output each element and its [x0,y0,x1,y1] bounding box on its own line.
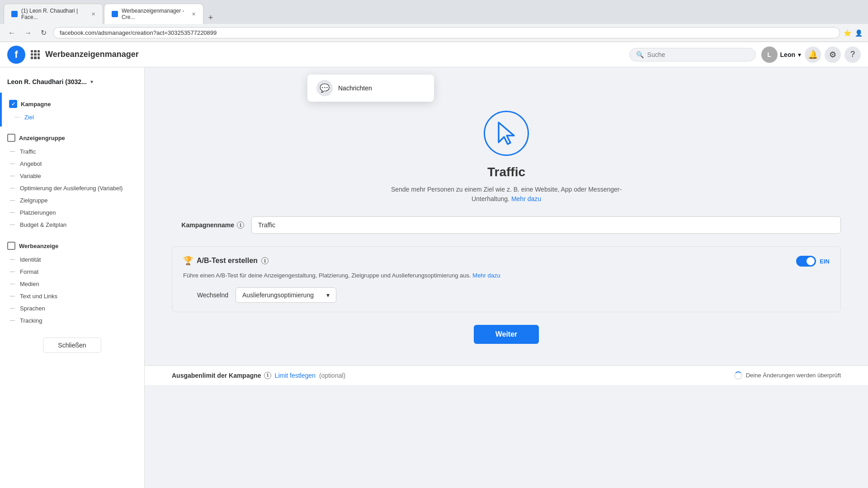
anzeigengruppe-square-icon [7,134,15,142]
address-bar[interactable]: facebook.com/adsmanager/creation?act=303… [53,27,840,38]
ab-test-info-icon[interactable]: ℹ [261,257,269,264]
sidebar-item-identitaet[interactable]: Identität [0,253,144,266]
account-selector[interactable]: Leon R. Chaudhari (3032... ▾ [0,75,144,93]
limit-link[interactable]: Limit festlegen [275,372,316,379]
traffic-icon-container: Traffic Sende mehr Personen zu einem Zie… [172,111,841,204]
kampagnenname-row: Kampagnenname ℹ [172,216,841,234]
weiter-button[interactable]: Weiter [474,325,539,344]
sidebar-item-platzierungen[interactable]: Platzierungen [0,206,144,219]
fb-header: f Werbeanzeigenmanager 🔍 L Leon ▾ 🔔 ⚙ ? [0,42,868,67]
ausgaben-section: Ausgabenlimit der Kampagne ℹ Limit festl… [172,372,345,379]
ab-test-toggle[interactable] [796,256,816,267]
wechselnd-label: Wechselnd [183,291,228,299]
wechselnd-select[interactable]: Auslieferungsoptimierung ▾ [236,287,336,303]
browser-tab-2[interactable]: Werbeanzeigenmanager - Cre... ✕ [104,4,203,24]
mehr-dazu-link-2[interactable]: Mehr dazu [472,272,500,279]
ausgaben-label: Ausgabenlimit der Kampagne ℹ [172,372,271,379]
ab-test-card: 🏆 A/B-Test erstellen ℹ EIN [172,246,841,312]
tab-favicon-1 [11,11,18,17]
ab-card-description: Führe einen A/B-Test für deine Anzeigeng… [183,271,830,280]
forward-button[interactable]: → [22,27,34,39]
browser-tab-1[interactable]: (1) Leon R. Chaudhari | Face... ✕ [4,4,103,24]
back-button[interactable]: ← [5,27,18,39]
kampagne-check-icon: ✓ [9,100,17,108]
browser-toolbar: ← → ↻ facebook.com/adsmanager/creation?a… [0,24,868,42]
wechselnd-dropdown[interactable]: Auslieferungsoptimierung [242,291,323,299]
sidebar-item-medien[interactable]: Medien [0,278,144,290]
chevron-down-icon: ▾ [326,291,330,299]
ausgaben-info-icon[interactable]: ℹ [264,372,271,379]
kampagne-header: ✓ Kampagne [2,96,144,112]
grid-icon[interactable] [31,50,40,59]
tab-label-2: Werbeanzeigenmanager - Cre... [122,8,188,20]
kampagne-section: ✓ Kampagne Ziel [0,93,144,127]
tab-close-1[interactable]: ✕ [91,11,95,17]
settings-icon[interactable]: ⚙ [825,47,841,63]
content-scroll: 💬 Nachrichten Traffic Sende mehr Persone… [145,67,868,385]
sidebar-close-section: Schließen [0,330,144,360]
checking-spinner [734,371,742,380]
extensions-icon: ⭐ [844,29,851,37]
sidebar-item-format[interactable]: Format [0,266,144,278]
search-icon: 🔍 [636,51,644,58]
main-layout: Leon R. Chaudhari (3032... ▾ ✓ Kampagne … [0,67,868,488]
ab-card-title: 🏆 A/B-Test erstellen ℹ [183,256,269,266]
user-dropdown-icon: ▾ [798,51,801,58]
sidebar-item-traffic[interactable]: Traffic [0,145,144,158]
wechselnd-row: Wechselnd Auslieferungsoptimierung ▾ [183,287,830,303]
sidebar-item-tracking[interactable]: Tracking [0,314,144,327]
werbeanzeige-label: Werbeanzeige [19,243,58,249]
fb-logo: f [7,46,25,64]
nachrichten-dropdown: 💬 Nachrichten [307,75,434,102]
nachrichten-label: Nachrichten [338,84,372,92]
header-actions: L Leon ▾ 🔔 ⚙ ? [761,47,861,63]
account-name: Leon R. Chaudhari (3032... [7,78,87,85]
weiter-container: Weiter [172,325,841,344]
traffic-circle-icon [484,111,529,156]
sidebar-item-angebot[interactable]: Angebot [0,158,144,170]
sidebar: Leon R. Chaudhari (3032... ▾ ✓ Kampagne … [0,67,145,488]
user-menu[interactable]: L Leon ▾ [761,47,801,63]
sidebar-item-text[interactable]: Text und Links [0,290,144,302]
kampagnenname-input[interactable] [251,216,841,234]
sidebar-item-zielgruppe[interactable]: Zielgruppe [0,194,144,206]
search-bar[interactable]: 🔍 [629,48,756,61]
checking-text: Deine Änderungen werden überprüft [746,372,841,379]
sidebar-item-ziel[interactable]: Ziel [2,112,144,123]
svg-marker-0 [499,122,514,144]
sidebar-item-budget[interactable]: Budget & Zeitplan [0,219,144,231]
anzeigengruppe-label: Anzeigengruppe [19,135,65,141]
ziel-label: Ziel [24,114,34,121]
ab-test-icon: 🏆 [183,256,193,266]
close-button[interactable]: Schließen [43,338,101,353]
search-input[interactable] [647,51,749,58]
profile-icon[interactable]: 👤 [855,29,863,37]
checking-row: Deine Änderungen werden überprüft [734,371,841,380]
account-dropdown-icon: ▾ [90,79,93,85]
ab-card-header: 🏆 A/B-Test erstellen ℹ EIN [183,256,830,267]
sidebar-item-sprachen[interactable]: Sprachen [0,302,144,314]
browser-icons: ⭐ 👤 [844,29,863,37]
content-area: 💬 Nachrichten Traffic Sende mehr Persone… [145,67,868,488]
sidebar-item-optimierung[interactable]: Optimierung der Auslieferung (Variabel) [0,182,144,194]
ab-test-title: A/B-Test erstellen [197,257,258,265]
tab-favicon-2 [112,11,118,17]
toggle-slider [796,256,816,267]
refresh-button[interactable]: ↻ [38,27,49,39]
address-text: facebook.com/adsmanager/creation?act=303… [60,29,217,36]
toggle-label: EIN [820,258,830,265]
notifications-icon[interactable]: 🔔 [805,47,821,63]
new-tab-button[interactable]: + [204,11,217,24]
browser-tabs: (1) Leon R. Chaudhari | Face... ✕ Werbea… [0,0,868,24]
anzeigengruppe-header: Anzeigengruppe [0,130,144,145]
werbeanzeige-square-icon [7,242,15,250]
main-panel: Traffic Sende mehr Personen zu einem Zie… [145,102,868,366]
kampagnenname-info-icon[interactable]: ℹ [237,221,244,229]
help-icon[interactable]: ? [844,47,861,63]
kampagne-label: Kampagne [21,101,51,108]
sidebar-item-variable[interactable]: Variable [0,170,144,182]
traffic-description: Sende mehr Personen zu einem Ziel wie z.… [380,185,633,204]
mehr-dazu-link-1[interactable]: Mehr dazu [511,195,541,202]
tab-label-1: (1) Leon R. Chaudhari | Face... [21,8,88,20]
tab-close-2[interactable]: ✕ [192,11,196,17]
